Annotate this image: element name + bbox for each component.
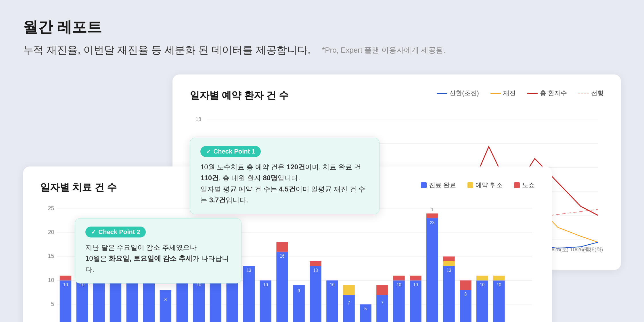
legend-예약취소: 예약 취소 [467, 181, 503, 189]
checkpoint-1-label: Check Point 1 [213, 148, 255, 155]
bar-chart-legend: 진료 완료 예약 취소 노쇼 [421, 181, 535, 189]
svg-rect-83 [310, 266, 321, 322]
checkpoint-2-badge: ✓ Check Point 2 [85, 227, 146, 237]
checkpoint-2-label: Check Point 2 [98, 228, 140, 236]
svg-rect-28 [60, 276, 72, 281]
page-subtitle: 누적 재진율, 이번달 재진율 등 세분화 된 데이터를 제공합니다. [23, 43, 310, 57]
legend-sq-red [514, 182, 520, 188]
svg-text:5: 5 [364, 306, 367, 311]
svg-text:23: 23 [430, 220, 434, 225]
svg-text:10: 10 [263, 282, 268, 288]
svg-text:5: 5 [51, 300, 54, 307]
legend-label-예약취소: 예약 취소 [476, 181, 503, 189]
checkpoint-2-header: ✓ Check Point 2 [85, 227, 231, 237]
page-note: *Pro, Expert 플랜 이용자에게 제공됨. [322, 45, 445, 55]
svg-text:2: 2 [465, 274, 467, 279]
svg-text:8: 8 [164, 297, 167, 302]
legend-진료완료: 진료 완료 [421, 181, 456, 189]
svg-text:13: 13 [247, 268, 251, 273]
legend-line-blue [437, 93, 447, 94]
svg-text:13: 13 [313, 268, 318, 273]
svg-rect-114 [443, 266, 455, 322]
svg-text:10: 10 [497, 282, 501, 288]
page-container: 월간 레포트 누적 재진율, 이번달 재진율 등 세분화 된 데이터를 제공합니… [0, 0, 644, 322]
checkpoint-2-text: 지난 달은 수요일이 감소 추세였으나 10월은 화요일, 토요일에 감소 추세… [85, 242, 231, 275]
svg-rect-90 [343, 295, 355, 322]
svg-rect-109 [426, 218, 438, 322]
legend-재진: 재진 [490, 89, 516, 97]
check-icon-1: ✓ [206, 148, 211, 155]
svg-text:13: 13 [446, 268, 451, 273]
svg-rect-116 [443, 256, 455, 261]
legend-노쇼: 노쇼 [514, 181, 535, 189]
svg-text:1: 1 [64, 271, 67, 275]
svg-text:2: 2 [281, 236, 283, 241]
legend-label-총환자수: 총 환자수 [540, 89, 567, 97]
svg-text:10: 10 [330, 282, 335, 288]
svg-text:1: 1 [431, 207, 434, 212]
svg-text:25: 25 [48, 205, 54, 211]
svg-text:10: 10 [48, 277, 54, 283]
svg-rect-69 [243, 266, 255, 322]
legend-label-선형: 선형 [591, 89, 604, 97]
legend-line-dashed [578, 93, 589, 93]
svg-rect-91 [343, 285, 355, 295]
legend-label-신환: 신환(초진) [449, 89, 479, 97]
line-chart-legend: 신환(초진) 재진 총 환자수 선형 [437, 89, 604, 97]
legend-line-yellow [490, 93, 501, 94]
checkpoint-2-bubble: ✓ Check Point 2 지난 달은 수요일이 감소 추세였으나 10월은… [75, 218, 241, 283]
svg-text:10: 10 [413, 282, 418, 288]
svg-rect-98 [376, 285, 388, 295]
legend-총환자수: 총 환자수 [527, 89, 567, 97]
svg-rect-129 [493, 276, 505, 281]
svg-rect-115 [443, 261, 455, 266]
svg-text:10: 10 [480, 282, 484, 288]
svg-text:7: 7 [348, 300, 350, 305]
svg-rect-102 [393, 276, 405, 281]
charts-area: 일자별 예약 환자 건 수 신환(초진) 재진 총 환자수 선형 [23, 74, 621, 322]
legend-신환: 신환(초진) [437, 89, 479, 97]
svg-text:10: 10 [396, 282, 401, 288]
svg-rect-110 [426, 213, 438, 218]
svg-text:18: 18 [195, 116, 201, 122]
legend-선형: 선형 [578, 89, 604, 97]
svg-text:10: 10 [63, 282, 68, 288]
svg-rect-84 [310, 261, 321, 266]
legend-sq-yellow [467, 182, 473, 188]
svg-rect-120 [460, 280, 471, 290]
svg-rect-125 [476, 276, 488, 281]
checkpoint-1-bubble: ✓ Check Point 1 10월 도수치료 총 예약 건은 120건이며,… [190, 138, 379, 214]
legend-label-노쇼: 노쇼 [522, 181, 535, 189]
svg-text:15: 15 [48, 253, 54, 259]
checkpoint-1-badge: ✓ Check Point 1 [200, 146, 261, 157]
svg-rect-97 [376, 295, 388, 322]
legend-label-재진: 재진 [503, 89, 516, 97]
svg-rect-75 [276, 252, 288, 322]
svg-text:10/28(화) 10/2: 10/28(화) 10/2 [582, 246, 604, 252]
subtitle-row: 누적 재진율, 이번달 재진율 등 세분화 된 데이터를 제공합니다. *Pro… [23, 43, 621, 57]
check-icon-2: ✓ [91, 229, 96, 235]
legend-label-진료완료: 진료 완료 [429, 181, 456, 189]
svg-text:7: 7 [381, 300, 383, 305]
svg-rect-76 [276, 242, 288, 252]
svg-text:16: 16 [280, 254, 285, 259]
checkpoint-1-text: 10월 도수치료 총 예약 건은 120건이며, 치료 완료 건 110건, 총… [200, 162, 369, 206]
svg-text:8: 8 [464, 292, 467, 297]
legend-line-red [527, 93, 538, 94]
svg-rect-106 [410, 276, 421, 281]
svg-text:20: 20 [48, 229, 54, 235]
svg-text:9: 9 [298, 288, 300, 293]
svg-rect-52 [160, 290, 172, 322]
legend-sq-blue [421, 182, 427, 188]
page-title: 월간 레포트 [23, 17, 621, 37]
checkpoint-1-header: ✓ Check Point 1 [200, 146, 369, 157]
